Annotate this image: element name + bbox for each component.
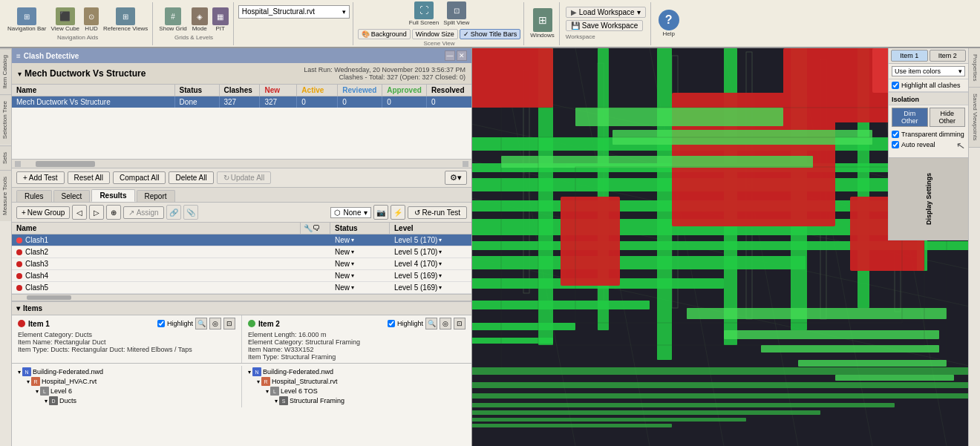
item1-tab[interactable]: Item 1: [891, 50, 928, 62]
tree-item-r1[interactable]: ▾ N Building-Federated.nwd: [248, 367, 466, 376]
item2-icon-2[interactable]: ◎: [440, 318, 451, 329]
background-btn[interactable]: 🎨Background: [358, 29, 411, 39]
test-name: Mech Ductwork Vs Structure: [24, 68, 146, 79]
mode-btn[interactable]: ◈ Mode: [190, 6, 209, 33]
settings-gear-btn[interactable]: ⚙▾: [445, 171, 467, 185]
svg-rect-57: [472, 418, 746, 422]
table-empty-area: [12, 108, 471, 160]
nav-bar-btn[interactable]: ⊞ Navigation Bar: [6, 6, 48, 33]
tree-item-r2[interactable]: ▾ R Hospital_Structural.rvt: [257, 377, 466, 386]
svg-rect-58: [472, 424, 672, 427]
use-item-colors-select[interactable]: Use item colors▾: [892, 66, 965, 76]
windows-btn[interactable]: ⊞ Windows: [529, 7, 555, 40]
item1-highlight-checkbox[interactable]: [157, 320, 165, 327]
td-new: 327: [260, 96, 297, 108]
help-btn[interactable]: ? Help: [657, 8, 681, 39]
item2-icon-3[interactable]: ⊡: [454, 318, 466, 329]
save-workspace-btn[interactable]: 💾Save Workspace: [566, 20, 643, 31]
delete-all-btn[interactable]: Delete All: [169, 171, 213, 184]
tab-rules[interactable]: Rules: [16, 190, 52, 202]
tree-item-1[interactable]: ▾ N Building-Federated.nwd: [18, 367, 235, 376]
new-group-btn[interactable]: +New Group: [16, 206, 70, 219]
show-title-bars-btn[interactable]: ✓Show Title Bars: [460, 29, 521, 39]
item1-detail-2: Item Name: Rectangular Duct: [18, 338, 235, 346]
icon-btn-5[interactable]: 📎: [183, 205, 198, 220]
rerun-test-btn[interactable]: ↺Re-run Test: [408, 206, 467, 219]
clash-row-5[interactable]: Clash5 New▾ Level 5 (169)▾: [12, 282, 471, 294]
properties-tab[interactable]: Properties: [969, 48, 980, 88]
tab-report[interactable]: Report: [137, 190, 175, 202]
item1-icon-1[interactable]: 🔍: [195, 318, 207, 329]
saved-viewpoints-tab[interactable]: Saved Viewpoints: [969, 88, 980, 147]
dim-other-btn[interactable]: Dim Other: [892, 108, 928, 127]
tree-item-r4[interactable]: ▾ S Structural Framing: [275, 396, 466, 405]
assign-btn[interactable]: ↗ Assign: [123, 206, 163, 219]
measure-tools-tab[interactable]: Measure Tools: [0, 170, 11, 221]
load-workspace-btn[interactable]: ▶Load Workspace▾: [566, 7, 646, 18]
h-scrollbar[interactable]: [12, 160, 471, 168]
item2-col: Item 2 Highlight 🔍 ◎ ⊡ Element Length: 1…: [242, 315, 471, 363]
icon-btn-7[interactable]: ⚡: [391, 205, 405, 220]
workspace-label: Workspace: [566, 33, 595, 40]
pit-btn[interactable]: ▦ PIT: [211, 6, 230, 33]
clash-meta: Last Run: Wednesday, 20 November 2019 3:…: [304, 66, 466, 81]
item-detail-tabs-row: Item 1 Item 2: [889, 48, 968, 64]
none-dropdown[interactable]: ⬡None▾: [330, 207, 372, 218]
icon-btn-1[interactable]: ◁: [72, 205, 87, 220]
items-header[interactable]: ▾ Items: [12, 302, 471, 315]
icon-btn-2[interactable]: ▷: [89, 205, 104, 220]
svg-rect-46: [761, 345, 939, 352]
results-scrollbar[interactable]: [12, 294, 471, 301]
panel-close-btn[interactable]: ✕: [457, 50, 467, 61]
full-screen-btn[interactable]: ⛶ Full Screen: [408, 0, 440, 27]
file-selector[interactable]: Hospital_Structural.rvt ▾: [238, 5, 350, 19]
clash-detective-panel: ≡ Clash Detective — ✕ ▾ Mech Ductwork Vs…: [12, 48, 472, 446]
transparent-dimming-checkbox[interactable]: [892, 131, 899, 138]
hide-other-btn[interactable]: Hide Other: [930, 108, 966, 127]
clash-row-3[interactable]: Clash3 New▾ Level 4 (170)▾: [12, 258, 471, 270]
th-approved: Approved: [382, 85, 427, 96]
add-test-btn[interactable]: +Add Test: [16, 171, 65, 184]
tree-item-r3[interactable]: ▾ L Level 6 TOS: [266, 387, 466, 396]
window-size-btn[interactable]: Window Size: [412, 29, 458, 39]
tree-item-2[interactable]: ▾ R Hospital_HVAC.rvt: [27, 377, 235, 386]
main-content: Item Catalog Selection Tree Sets Measure…: [0, 48, 980, 446]
sets-tab[interactable]: Sets: [0, 145, 11, 170]
item-catalog-tab[interactable]: Item Catalog: [0, 48, 11, 94]
item2-tab[interactable]: Item 2: [930, 50, 967, 62]
item2-highlight-checkbox[interactable]: [388, 320, 395, 327]
icon-btn-6[interactable]: 📷: [373, 205, 388, 220]
split-view-btn[interactable]: ⊡ Split View: [442, 0, 471, 27]
tree-item-3[interactable]: ▾ L Level 6: [36, 387, 235, 396]
item2-icon-1[interactable]: 🔍: [425, 318, 437, 329]
svg-rect-27: [472, 323, 575, 330]
clash-row-2[interactable]: Clash2 New▾ Level 5 (170)▾: [12, 246, 471, 258]
reset-all-btn[interactable]: Reset All: [68, 171, 110, 184]
icon-btn-3[interactable]: ⊕: [106, 205, 121, 220]
highlight-all-label: Highlight all clashes: [901, 82, 961, 89]
clash-row-1[interactable]: Clash1 New▾ Level 5 (170)▾: [12, 235, 471, 246]
panel-minimize-btn[interactable]: —: [445, 50, 455, 61]
action-buttons-row: +Add Test Reset All Compact All Delete A…: [12, 168, 471, 188]
test-row-selected[interactable]: Mech Ductwork Vs Structure Done 327 327 …: [12, 96, 471, 108]
highlight-all-checkbox[interactable]: [892, 82, 899, 89]
item1-icon-3[interactable]: ⊡: [223, 318, 235, 329]
clash-row-4[interactable]: Clash4 New▾ Level 5 (169)▾: [12, 270, 471, 282]
right-sidebar: Properties Saved Viewpoints: [968, 48, 980, 446]
compact-all-btn[interactable]: Compact All: [113, 171, 166, 184]
tree-item-4[interactable]: ▾ D Ducts: [45, 396, 235, 405]
auto-reveal-checkbox[interactable]: [892, 141, 899, 148]
svg-rect-30: [598, 48, 609, 330]
tab-results[interactable]: Results: [91, 189, 134, 202]
update-all-btn[interactable]: ↻Update All: [217, 171, 272, 184]
item1-icon-2[interactable]: ◎: [209, 318, 221, 329]
hud-btn[interactable]: ⊙ HUD: [82, 6, 100, 33]
selection-tree-tab[interactable]: Selection Tree: [0, 94, 11, 145]
show-grid-btn[interactable]: # Show Grid: [157, 6, 188, 33]
svg-rect-55: [472, 403, 895, 407]
reference-views-btn[interactable]: ⊞ Reference Views: [102, 6, 149, 33]
view-cube-btn[interactable]: ⬛ View Cube: [49, 6, 81, 33]
icon-btn-4[interactable]: 🔗: [166, 205, 181, 220]
display-settings-tab[interactable]: Display Settings: [889, 157, 968, 240]
tab-select[interactable]: Select: [53, 190, 91, 202]
